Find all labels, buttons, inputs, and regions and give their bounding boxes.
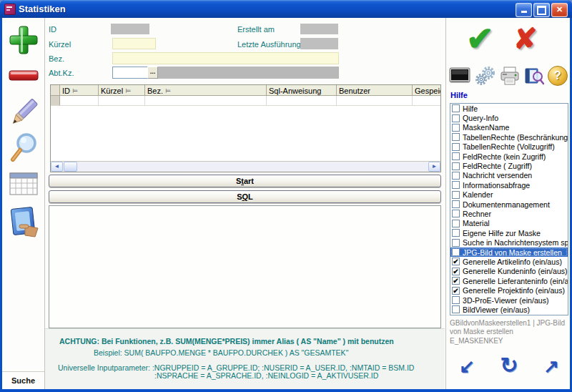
help-item[interactable]: ✔Generelle Kundeninfo (ein/aus) <box>450 267 568 276</box>
table-cell[interactable] <box>145 96 267 106</box>
checkbox[interactable] <box>452 114 460 122</box>
help-item[interactable]: Query-Info <box>450 113 568 122</box>
sort-icon[interactable]: ⊨ <box>165 87 171 94</box>
table-cell[interactable] <box>99 96 145 106</box>
checkbox[interactable] <box>452 152 460 160</box>
sort-icon[interactable]: ⊨ <box>125 87 131 94</box>
search-button[interactable] <box>2 131 44 165</box>
cancel-x-button[interactable]: ✘ <box>513 22 538 55</box>
table-cell[interactable] <box>51 96 60 106</box>
minimize-button[interactable] <box>516 3 532 17</box>
exit-button[interactable] <box>2 205 44 241</box>
help-item[interactable]: Informationsabfrage <box>450 180 568 190</box>
help-checklist[interactable]: HilfeQuery-InfoMaskenNameTabellenRechte … <box>450 103 568 315</box>
checkbox[interactable] <box>452 133 460 141</box>
abtkz-input[interactable] <box>112 67 148 79</box>
scrollbar-thumb[interactable] <box>64 162 77 172</box>
checkbox[interactable] <box>452 191 460 199</box>
bez-input[interactable] <box>112 52 339 64</box>
help-item[interactable]: BildViewer (ein/aus) <box>450 305 568 314</box>
checkbox[interactable] <box>452 296 460 304</box>
sql-editor-area[interactable] <box>49 205 441 328</box>
column-header-Kürzel[interactable]: Kürzel⊨ <box>99 85 145 96</box>
table-cell[interactable] <box>337 96 413 106</box>
screen-button[interactable] <box>449 67 470 84</box>
help-item[interactable]: Kalender <box>450 190 568 200</box>
checkbox[interactable]: ✔ <box>452 287 460 295</box>
checkbox[interactable] <box>452 172 460 180</box>
help-item[interactable]: Dokumentenmanagement <box>450 200 568 209</box>
sql-button[interactable]: SQL <box>49 190 441 203</box>
column-header-Gespeichert[interactable]: Gespeichert <box>413 85 440 96</box>
table-row[interactable] <box>51 96 440 106</box>
help-item[interactable]: FeldRechte ( Zugriff) <box>450 161 568 170</box>
settings-gears-icon[interactable] <box>475 66 496 86</box>
table-cell[interactable] <box>267 96 337 106</box>
checkbox[interactable] <box>452 181 460 189</box>
checkbox[interactable] <box>452 305 460 313</box>
kuerzel-input[interactable] <box>112 38 156 49</box>
help-item[interactable]: Nachricht versenden <box>450 171 568 180</box>
back-arrow-button[interactable]: ↙ <box>459 356 475 378</box>
help-item-label: TabellenRechte (Vollzugriff) <box>463 142 555 151</box>
scroll-left-button[interactable]: ◄ <box>51 162 63 172</box>
help-item[interactable]: JPG-Bild von Maske erstellen <box>450 248 568 257</box>
help-item-label: Generelle Projektinfo (ein/aus) <box>463 286 565 295</box>
checkbox[interactable]: ✔ <box>452 277 460 285</box>
sort-icon[interactable]: ⊨ <box>72 87 78 94</box>
help-item[interactable]: ✔Generelle Projektinfo (ein/aus) <box>450 285 568 295</box>
checkbox[interactable] <box>452 124 460 132</box>
checkbox[interactable] <box>452 200 460 208</box>
help-item[interactable]: Material <box>450 219 568 228</box>
print-button[interactable] <box>500 67 520 85</box>
scroll-right-button[interactable]: ► <box>428 162 440 172</box>
refresh-arrow-button[interactable]: ↻ <box>500 353 518 378</box>
checkbox[interactable] <box>452 248 460 256</box>
search-document-button[interactable] <box>524 67 544 86</box>
table-view-button[interactable] <box>2 168 44 200</box>
help-item[interactable]: TabellenRechte (Vollzugriff) <box>450 142 568 152</box>
add-button[interactable] <box>2 24 44 57</box>
help-item[interactable]: Suche in Nachrichtensystem speichern <box>450 237 568 247</box>
help-item[interactable]: Hilfe <box>450 104 568 113</box>
help-button[interactable]: ? <box>548 66 568 86</box>
column-header-selector[interactable] <box>51 85 60 96</box>
table-cell[interactable] <box>413 96 440 106</box>
checkbox[interactable] <box>452 143 460 151</box>
checkbox[interactable] <box>452 210 460 217</box>
checkbox[interactable]: ✔ <box>452 268 460 275</box>
checkbox[interactable] <box>452 104 460 112</box>
checkbox[interactable] <box>452 162 460 170</box>
column-header-Benutzer[interactable]: Benutzer <box>337 85 413 96</box>
results-table[interactable]: ID⊨Kürzel⊨Bez.⊨Sql-AnweisungBenutzerGesp… <box>50 84 441 172</box>
help-item[interactable]: MaskenName <box>450 123 568 132</box>
abtkz-lookup-button[interactable]: ... <box>147 67 158 79</box>
delete-button[interactable] <box>2 68 44 84</box>
edit-button[interactable] <box>2 95 44 129</box>
checkbox[interactable] <box>452 229 460 237</box>
help-item[interactable]: ✔Generelle Lieferanteninfo (ein/aus) <box>450 276 568 285</box>
column-header-Bez.[interactable]: Bez.⊨ <box>145 85 267 96</box>
help-item[interactable]: Eigene Hilfe zur Maske <box>450 228 568 237</box>
forward-arrow-button[interactable]: ↗ <box>543 356 559 378</box>
help-item-label: TabellenRechte (Beschränkung) <box>463 133 568 142</box>
help-item[interactable]: FeldRechte (kein Zugriff) <box>450 152 568 161</box>
column-header-ID[interactable]: ID⊨ <box>60 85 99 96</box>
maximize-button[interactable] <box>533 3 550 17</box>
close-button[interactable]: ✕ <box>551 3 568 17</box>
horizontal-scrollbar[interactable]: ◄ ► <box>51 161 440 172</box>
checkbox[interactable] <box>452 239 460 247</box>
checkbox[interactable] <box>452 220 460 227</box>
help-item-label: Generelle Lieferanteninfo (ein/aus) <box>463 277 568 285</box>
start-button[interactable]: Start <box>49 175 441 187</box>
help-item[interactable]: ✔Generelle Artikelinfo (ein/aus) <box>450 257 568 266</box>
help-item[interactable]: Rechner <box>450 209 568 218</box>
checkbox[interactable]: ✔ <box>452 258 460 265</box>
help-item[interactable]: TabellenRechte (Beschränkung) <box>450 132 568 142</box>
scrollbar-track[interactable] <box>77 162 428 172</box>
ok-check-button[interactable]: ✔ <box>466 19 494 58</box>
table-cell[interactable] <box>60 96 99 106</box>
column-header-Sql-Anweisung[interactable]: Sql-Anweisung <box>267 85 337 96</box>
help-item[interactable]: 3D-ProE-Viewer (ein/aus) <box>450 295 568 305</box>
title-bar[interactable]: Statistiken ✕ <box>0 0 572 18</box>
